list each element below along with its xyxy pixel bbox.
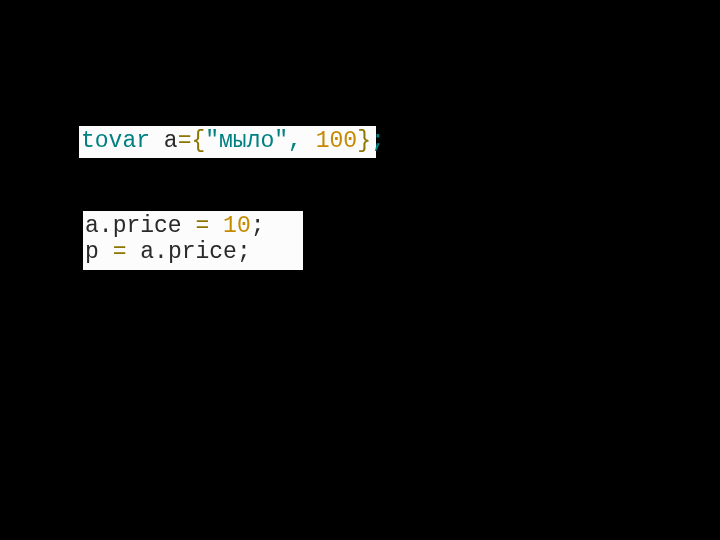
token-number: 100: [316, 128, 357, 154]
token-rbrace: }: [357, 128, 371, 154]
token-dot: .: [99, 213, 113, 239]
token-comma: ,: [288, 128, 316, 154]
token-space: [209, 213, 223, 239]
code-block-declaration: tovar a={"мыло", 100};: [79, 126, 376, 158]
token-space: [182, 213, 196, 239]
token-member: price: [168, 239, 237, 265]
token-semi: ;: [371, 128, 385, 154]
token-lbrace: {: [191, 128, 205, 154]
token-ident: p: [85, 239, 99, 265]
token-equals: =: [113, 239, 127, 265]
code-block-usage: a.price = 10; p = a.price;: [83, 211, 303, 270]
token-ident: a: [164, 128, 178, 154]
token-semi: ;: [237, 239, 251, 265]
token-ident: a: [140, 239, 154, 265]
token-equals: =: [195, 213, 209, 239]
token-space: [99, 239, 113, 265]
token-type: tovar: [81, 128, 150, 154]
token-ident: a: [85, 213, 99, 239]
token-equals: =: [178, 128, 192, 154]
token-member: price: [113, 213, 182, 239]
token-space: [126, 239, 140, 265]
token-dot: .: [154, 239, 168, 265]
token-number: 10: [223, 213, 251, 239]
token-semi: ;: [251, 213, 265, 239]
token-string: "мыло": [205, 128, 288, 154]
token-space: [150, 128, 164, 154]
